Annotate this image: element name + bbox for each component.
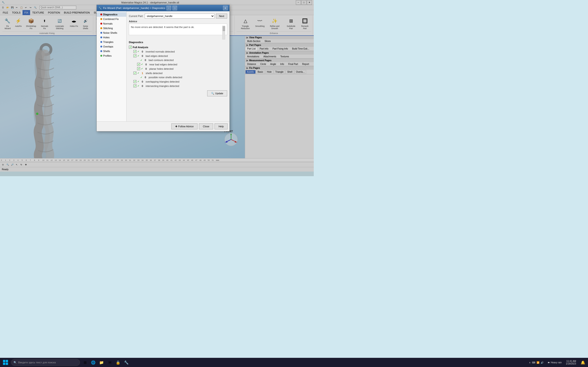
dialog-main-content: Current Part: sledgehammer_handle Next A… [127,11,229,121]
overlapping-triangles-count: 0 [140,80,145,83]
dialog-icon: 🔧 [99,7,102,10]
nav-holes-bullet [100,36,102,38]
advice-scrollbar[interactable] [222,26,225,40]
near-bad-edges-status-icon: ✓ [141,63,143,66]
follow-advice-button[interactable]: ✚ Follow Advice [171,123,198,129]
diag-shells: ✓ ✓ 1 shells detected [129,71,227,75]
dialog-sidebar: Diagnostics Combined Fix Normals Stitchi… [97,11,127,121]
overlapping-triangles-checkbox[interactable]: ✓ [133,80,137,83]
nav-shells-bullet [100,50,102,52]
nav-shells[interactable]: Shells [97,49,126,53]
diag-intersecting-triangles: ✓ ✓ 0 intersecting triangles detected [129,84,227,88]
diag-planar-holes: ✓ ✓ 0 planar holes detected [129,67,227,70]
follow-advice-label: Follow Advice [178,125,194,128]
nav-shells-label: Shells [103,50,110,52]
advice-label: Advice [129,20,227,23]
dialog-maximize-button[interactable]: □ [173,6,177,10]
inverted-normals-status-icon: ✓ [137,50,139,53]
inverted-normals-checkmark: ✓ [134,50,136,53]
inverted-normals-count: 0 [140,50,145,53]
planar-holes-checkbox[interactable]: ✓ [137,67,140,70]
dialog-close-button[interactable]: ✕ [223,6,228,10]
nav-overlaps[interactable]: Overlaps [97,44,126,49]
inverted-normals-text: inverted normals detected [146,50,175,53]
nav-holes[interactable]: Holes [97,35,126,40]
near-bad-edges-count: 0 [144,63,148,66]
nav-holes-label: Holes [103,36,110,39]
nav-combined-fix-bullet [100,18,102,20]
full-analysis-checkbox[interactable]: ✓ [129,46,132,49]
intersecting-triangles-status-icon: ✓ [137,85,139,87]
nav-triangles[interactable]: Triangles [97,40,126,44]
nav-profiles-bullet [100,55,102,57]
next-button[interactable]: Next [216,14,227,19]
nav-normals[interactable]: Normals [97,21,126,26]
diagnostics-label: Diagnostics [129,41,227,44]
intersecting-triangles-text: intersecting triangles detected [146,85,179,87]
shells-checkbox[interactable]: ✓ [133,72,137,75]
nav-stitching[interactable]: Stitching [97,26,126,31]
help-button[interactable]: Help [215,123,228,129]
nav-profiles[interactable]: Profiles [97,53,126,58]
overlapping-triangles-checkmark: ✓ [134,80,136,83]
noise-shells-text: possible noise shells detected [149,76,182,79]
nav-noise-shells-bullet [100,32,102,34]
dialog-title: Fix Wizard (Part: sledgehammer_handle) >… [103,7,165,9]
nav-normals-label: Normals [103,22,112,25]
bad-contours-text: bad contours detected [149,59,174,61]
diag-near-bad-edges: ✓ ✓ 0 near bad edges detected [129,63,227,66]
noise-shells-status-icon: ✓ [140,76,142,79]
bad-edges-checkmark: ✓ [134,55,136,57]
near-bad-edges-checkbox[interactable]: ✓ [137,63,140,66]
close-button[interactable]: Close [199,123,213,129]
update-label: Update [215,92,223,95]
diag-inverted-normals: ✓ ✓ 0 inverted normals detected [129,50,227,53]
current-part-select[interactable]: sledgehammer_handle [145,14,215,19]
diagnostics-title: Diagnostics [129,41,143,44]
nav-combined-fix[interactable]: Combined Fix [97,17,126,21]
bad-contours-count: 0 [143,59,148,61]
nav-overlaps-label: Overlaps [103,45,113,48]
dialog-overlay: 🔧 Fix Wizard (Part: sledgehammer_handle)… [0,0,314,176]
advice-section: Advice No more errors are detected. It s… [129,20,227,40]
shells-count: 1 [140,72,145,75]
diag-overlapping-triangles: ✓ ✓ 0 overlapping triangles detected [129,80,227,83]
bad-contours-status-icon: ✓ [140,59,142,61]
intersecting-triangles-checkmark: ✓ [134,85,136,87]
update-icon: 🔍 [211,92,214,95]
overlapping-triangles-status-icon: ✓ [137,80,139,83]
dialog-minimize-button[interactable]: − [166,6,171,10]
diag-noise-shells: ✓ 0 possible noise shells detected [129,76,227,79]
dialog-content: Diagnostics Combined Fix Normals Stitchi… [97,11,229,121]
nav-normals-bullet [100,23,102,25]
diag-bad-contours: ✓ 0 bad contours detected [129,58,227,62]
intersecting-triangles-checkbox[interactable]: ✓ [133,84,137,87]
bad-edges-status-icon: ✓ [137,55,139,57]
near-bad-edges-checkmark: ✓ [138,63,140,66]
nav-diagnostics[interactable]: Diagnostics [97,12,126,17]
full-analysis-row: ✓ Full Analysis [129,45,227,49]
advice-text: No more errors are detected. It seems th… [129,24,227,35]
follow-advice-icon: ✚ [175,125,177,128]
planar-holes-text: planar holes detected [149,67,173,70]
nav-stitching-label: Stitching [103,27,113,30]
nav-diagnostics-label: Diagnostics [103,13,117,16]
shells-status-icon: ✓ [137,72,139,74]
current-part-label: Current Part: [129,15,143,17]
planar-holes-count: 0 [144,67,148,70]
full-analysis-checkmark: ✓ [130,46,131,48]
planar-holes-checkmark: ✓ [138,67,140,70]
bad-edges-checkbox[interactable]: ✓ [133,54,137,57]
diag-bad-edges: ✓ ✓ 0 bad edges detected [129,54,227,58]
nav-triangles-label: Triangles [103,41,113,43]
dialog-footer: ✚ Follow Advice Close Help [97,121,229,131]
nav-combined-fix-label: Combined Fix [103,18,119,20]
bad-edges-text: bad edges detected [146,55,168,57]
advice-scrollbar-thumb[interactable] [223,26,225,31]
fix-wizard-dialog: 🔧 Fix Wizard (Part: sledgehammer_handle)… [96,5,230,131]
inverted-normals-checkbox[interactable]: ✓ [133,50,137,53]
update-button[interactable]: 🔍 Update [207,90,227,96]
nav-noise-shells[interactable]: Noise Shells [97,31,126,35]
full-analysis-label: Full Analysis [133,46,148,49]
intersecting-triangles-count: 0 [140,85,145,87]
